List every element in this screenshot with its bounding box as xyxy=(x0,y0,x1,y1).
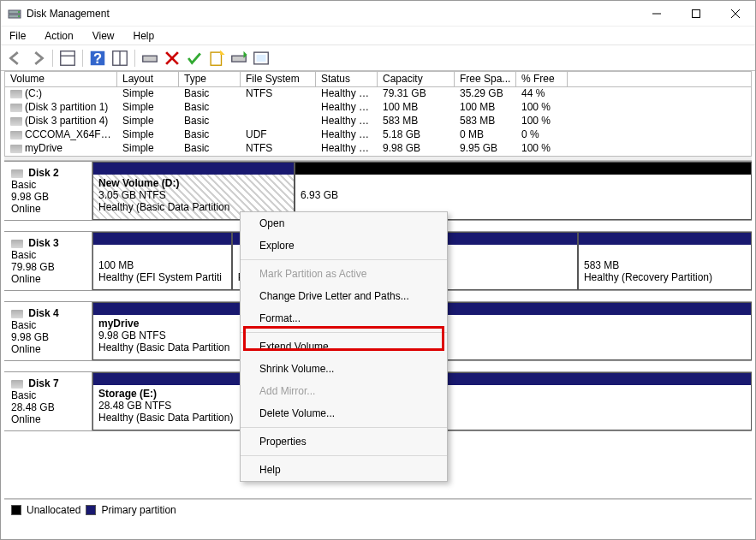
menu-file[interactable]: File xyxy=(6,28,29,44)
disk-type: Basic xyxy=(11,319,36,331)
disk-name: Disk 3 xyxy=(28,237,58,249)
partition-efi[interactable]: 100 MBHealthy (EFI System Partiti xyxy=(92,232,232,290)
partition-size: 583 MB xyxy=(584,259,619,271)
disk-state: Online xyxy=(11,343,41,355)
volume-table-body: (C:)SimpleBasicNTFSHealthy (B...79.31 GB… xyxy=(4,87,752,156)
toolbar-disk-icon[interactable] xyxy=(140,49,159,68)
menu-help[interactable]: Help xyxy=(130,28,158,44)
svg-point-3 xyxy=(18,15,20,17)
table-row[interactable]: myDriveSimpleBasicNTFSHealthy (B...9.98 … xyxy=(5,142,751,156)
disk-type: Basic xyxy=(11,249,36,261)
legend-primary-swatch xyxy=(86,505,96,515)
partition-title: Storage (E:) xyxy=(98,388,157,400)
col-volume[interactable]: Volume xyxy=(5,72,117,86)
svg-rect-20 xyxy=(257,54,266,61)
menu-mark-active: Mark Partition as Active xyxy=(241,263,447,285)
show-hide-button[interactable] xyxy=(58,49,77,68)
disk-size: 9.98 GB xyxy=(11,331,49,343)
partition-size: 9.98 GB NTFS xyxy=(98,329,166,341)
col-type[interactable]: Type xyxy=(179,72,241,86)
legend-unallocated-swatch xyxy=(11,505,21,515)
disk-size: 28.48 GB xyxy=(11,401,55,413)
col-layout[interactable]: Layout xyxy=(117,72,179,86)
table-row[interactable]: (Disk 3 partition 1)SimpleBasicHealthy (… xyxy=(5,101,751,115)
partition-title: myDrive xyxy=(98,317,139,329)
disk-icon xyxy=(11,380,23,389)
col-pct[interactable]: % Free xyxy=(516,72,568,86)
disk-size: 9.98 GB xyxy=(11,191,49,203)
disk-state: Online xyxy=(11,413,41,425)
disk-state: Online xyxy=(11,203,41,215)
disk-icon xyxy=(11,310,23,318)
titlebar: Disk Management xyxy=(1,1,755,27)
disk-name: Disk 2 xyxy=(28,167,58,179)
disk-type: Basic xyxy=(11,179,36,191)
menu-format[interactable]: Format... xyxy=(241,307,447,329)
menu-add-mirror: Add Mirror... xyxy=(241,380,447,402)
svg-rect-5 xyxy=(693,9,700,17)
toolbar: ? xyxy=(1,45,755,71)
disk-name: Disk 7 xyxy=(28,377,58,389)
partition-title: New Volume (D:) xyxy=(98,177,179,189)
help-button[interactable]: ? xyxy=(88,49,107,68)
forward-button[interactable] xyxy=(28,49,47,68)
col-status[interactable]: Status xyxy=(316,72,378,86)
menu-extend-volume[interactable]: Extend Volume... xyxy=(241,335,447,358)
check-icon[interactable] xyxy=(185,49,204,68)
menu-explore[interactable]: Explore xyxy=(241,234,447,257)
svg-text:?: ? xyxy=(93,50,102,65)
col-free[interactable]: Free Spa... xyxy=(455,72,516,86)
col-filesystem[interactable]: File System xyxy=(241,72,316,86)
menu-delete-volume[interactable]: Delete Volume... xyxy=(241,402,447,424)
svg-rect-17 xyxy=(211,52,221,65)
table-row[interactable]: CCCOMA_X64FRE...SimpleBasicUDFHealthy (P… xyxy=(5,128,751,142)
menu-action[interactable]: Action xyxy=(41,28,76,44)
partition-recovery[interactable]: 583 MBHealthy (Recovery Partition) xyxy=(578,232,752,290)
partition-status: Healthy (Basic Data Partition xyxy=(98,341,229,353)
minimize-button[interactable] xyxy=(637,1,676,27)
disk-type: Basic xyxy=(11,389,36,401)
partition-size: 3.05 GB NTFS xyxy=(98,189,166,201)
toolbar-icon-3[interactable] xyxy=(252,49,271,68)
menu-help[interactable]: Help xyxy=(241,459,447,481)
disk-icon xyxy=(11,169,23,178)
svg-rect-8 xyxy=(61,50,75,65)
new-icon[interactable] xyxy=(207,49,226,68)
disk-icon xyxy=(11,240,23,248)
maximize-button[interactable] xyxy=(676,1,716,27)
partition-size: 6.93 GB xyxy=(301,189,338,201)
col-capacity[interactable]: Capacity xyxy=(378,72,455,86)
menu-change-drive-letter[interactable]: Change Drive Letter and Paths... xyxy=(241,285,447,307)
close-button[interactable] xyxy=(716,1,755,27)
menu-open[interactable]: Open xyxy=(241,212,447,234)
toolbar-icon-2[interactable] xyxy=(229,49,248,68)
menubar: File Action View Help xyxy=(1,27,755,45)
legend-primary-label: Primary partition xyxy=(101,504,176,516)
delete-icon[interactable] xyxy=(163,49,182,68)
disk-state: Online xyxy=(11,273,41,285)
disk-size: 79.98 GB xyxy=(11,261,55,273)
menu-view[interactable]: View xyxy=(89,28,118,44)
window-title: Disk Management xyxy=(27,8,637,20)
menu-properties[interactable]: Properties xyxy=(241,430,447,453)
volume-table-header: Volume Layout Type File System Status Ca… xyxy=(4,71,752,87)
partition-status: Healthy (Basic Data Partition) xyxy=(98,412,233,424)
partition-size: 28.48 GB NTFS xyxy=(98,400,171,412)
menu-shrink-volume[interactable]: Shrink Volume... xyxy=(241,358,447,380)
table-row[interactable]: (C:)SimpleBasicNTFSHealthy (B...79.31 GB… xyxy=(5,87,751,101)
svg-point-2 xyxy=(18,11,20,13)
disk-name: Disk 4 xyxy=(28,307,58,319)
partition-status: Healthy (EFI System Partiti xyxy=(98,271,222,283)
context-menu: Open Explore Mark Partition as Active Ch… xyxy=(240,211,448,482)
partition-status: Healthy (Basic Data Partition xyxy=(98,201,229,213)
table-row[interactable]: (Disk 3 partition 4)SimpleBasicHealthy (… xyxy=(5,115,751,128)
partition-size: 100 MB xyxy=(98,259,134,271)
partition-status: Healthy (Recovery Partition) xyxy=(584,271,712,283)
app-icon xyxy=(8,7,21,21)
toolbar-icon[interactable] xyxy=(110,49,129,68)
back-button[interactable] xyxy=(6,49,25,68)
legend: Unallocated Primary partition xyxy=(4,499,752,519)
legend-unallocated-label: Unallocated xyxy=(27,504,80,516)
svg-rect-14 xyxy=(143,56,158,62)
